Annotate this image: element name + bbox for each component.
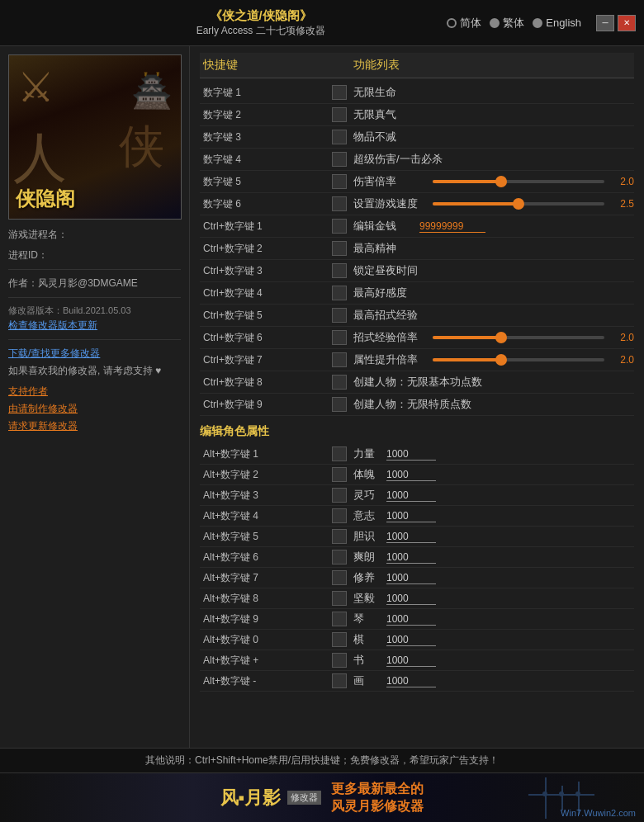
attr-toggle[interactable]	[332, 653, 347, 668]
feature-key: Ctrl+数字键 3	[200, 264, 332, 278]
feature-toggle[interactable]	[332, 352, 347, 367]
attr-row: Alt+数字键 7修养	[200, 568, 634, 588]
feature-toggle[interactable]	[332, 241, 347, 256]
feature-toggle[interactable]	[332, 174, 347, 189]
minimize-button[interactable]: ─	[596, 15, 614, 31]
attr-row: Alt+数字键 2体魄	[200, 465, 634, 485]
feature-toggle[interactable]	[332, 263, 347, 278]
attr-value-input[interactable]	[386, 593, 436, 605]
attr-toggle[interactable]	[332, 550, 347, 565]
attr-name-label: 灵巧	[353, 488, 386, 503]
feature-key: Ctrl+数字键 6	[200, 331, 332, 345]
slider-thumb[interactable]	[495, 332, 507, 343]
feature-toggle[interactable]	[332, 286, 347, 300]
feature-row: Ctrl+数字键 1编辑金钱	[200, 215, 634, 238]
lang-english[interactable]: English	[533, 17, 581, 29]
attr-toggle[interactable]	[332, 570, 347, 585]
attr-row: Alt+数字键 +书	[200, 650, 634, 671]
attr-toggle[interactable]	[332, 488, 347, 503]
attr-value-input[interactable]	[386, 510, 436, 522]
feature-toggle[interactable]	[332, 397, 347, 412]
feature-key: Ctrl+数字键 9	[200, 398, 332, 412]
slider-thumb[interactable]	[495, 354, 507, 366]
attr-toggle[interactable]	[332, 446, 347, 461]
slider-value: 2.0	[609, 354, 634, 366]
attr-key: Alt+数字键 4	[200, 509, 332, 523]
feature-key: 数字键 1	[200, 86, 332, 100]
attr-toggle[interactable]	[332, 612, 347, 626]
feature-row: Ctrl+数字键 9创建人物：无限特质点数	[200, 394, 634, 416]
divider-1	[8, 269, 181, 270]
feature-toggle[interactable]	[332, 130, 347, 144]
feature-toggle[interactable]	[332, 308, 347, 323]
slider-value: 2.5	[609, 198, 634, 210]
feature-toggle[interactable]	[332, 152, 347, 167]
feature-row: 数字键 2无限真气	[200, 104, 634, 126]
feature-toggle[interactable]	[332, 196, 347, 211]
bottom-note-text: 其他说明：Ctrl+Shift+Home禁用/启用快捷键；免费修改器，希望玩家广…	[145, 754, 499, 768]
feature-key: Ctrl+数字键 1	[200, 220, 332, 234]
feature-row: Ctrl+数字键 7属性提升倍率2.0	[200, 349, 634, 371]
check-update-link[interactable]: 检查修改器版本更新	[8, 319, 181, 333]
request-make-link[interactable]: 由请制作修改器	[8, 402, 181, 416]
feature-toggle[interactable]	[332, 375, 347, 390]
title-area: 《侠之道/侠隐阁》 Early Access 二十七项修改器	[74, 8, 447, 38]
version-label: 修改器版本：Build.2021.05.03	[8, 305, 181, 317]
feature-row: Ctrl+数字键 8创建人物：无限基本功点数	[200, 371, 634, 394]
download-link[interactable]: 下载/查找更多修改器	[8, 347, 181, 361]
attr-value-input[interactable]	[386, 572, 436, 584]
lang-simplified[interactable]: 简体	[447, 16, 481, 31]
close-button[interactable]: ✕	[618, 15, 636, 31]
attr-value-input[interactable]	[386, 675, 436, 687]
slider-track[interactable]	[433, 202, 604, 206]
support-author-link[interactable]: 支持作者	[8, 385, 181, 399]
feature-key: 数字键 2	[200, 108, 332, 122]
feature-toggle[interactable]	[332, 107, 347, 122]
attr-key: Alt+数字键 0	[200, 633, 332, 647]
author-field: 作者：风灵月影@3DMGAME	[8, 276, 181, 291]
attr-toggle[interactable]	[332, 591, 347, 606]
attr-value-input[interactable]	[386, 469, 436, 481]
feature-label: 最高精神	[353, 241, 634, 256]
radio-traditional	[490, 18, 500, 28]
feature-key: 数字键 6	[200, 197, 332, 211]
process-id-label: 进程ID：	[8, 248, 181, 262]
attr-value-input[interactable]	[386, 448, 436, 461]
app-title: 《侠之道/侠隐阁》	[74, 8, 447, 24]
slider-container: 2.5	[428, 198, 634, 210]
slider-value: 2.0	[609, 176, 634, 187]
slider-track[interactable]	[433, 180, 604, 183]
feature-toggle[interactable]	[332, 85, 347, 100]
radio-simplified	[447, 18, 457, 28]
attr-toggle[interactable]	[332, 632, 347, 647]
slider-thumb[interactable]	[495, 176, 507, 187]
attr-value-input[interactable]	[386, 634, 436, 646]
feature-input[interactable]	[419, 220, 485, 233]
attr-value-input[interactable]	[386, 613, 436, 626]
attr-toggle[interactable]	[332, 467, 347, 482]
feature-toggle[interactable]	[332, 330, 347, 345]
attr-value-input[interactable]	[386, 531, 436, 543]
attr-row: Alt+数字键 1力量	[200, 444, 634, 465]
attr-value-input[interactable]	[386, 551, 436, 564]
slider-track[interactable]	[433, 336, 604, 339]
lang-simplified-label: 简体	[460, 16, 481, 31]
attr-toggle[interactable]	[332, 529, 347, 544]
attr-value-input[interactable]	[386, 654, 436, 667]
window-controls: ─ ✕	[596, 15, 636, 31]
attr-toggle[interactable]	[332, 508, 347, 523]
slider-track[interactable]	[433, 358, 604, 361]
slider-fill	[433, 336, 501, 339]
attr-toggle[interactable]	[332, 673, 347, 688]
lang-traditional-label: 繁体	[503, 16, 524, 31]
feature-key: 数字键 3	[200, 130, 332, 144]
slider-thumb[interactable]	[513, 198, 524, 210]
request-update-link[interactable]: 请求更新修改器	[8, 419, 181, 433]
feature-toggle[interactable]	[332, 219, 347, 234]
attr-name-label: 意志	[353, 508, 386, 523]
lang-traditional[interactable]: 繁体	[490, 16, 524, 31]
banner-tag: 修改器	[287, 791, 321, 805]
svg-rect-1	[545, 777, 547, 819]
svg-point-4	[542, 791, 547, 796]
attr-value-input[interactable]	[386, 489, 436, 502]
